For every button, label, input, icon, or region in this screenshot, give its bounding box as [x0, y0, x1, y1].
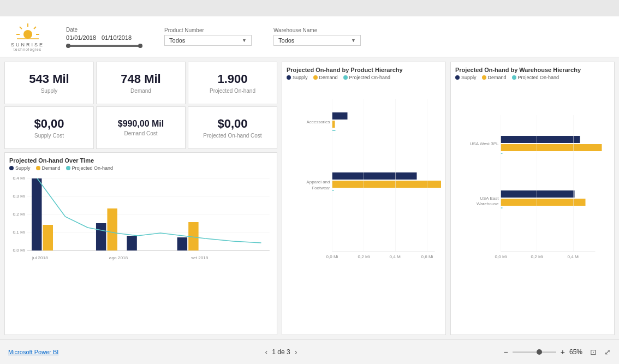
- warehouse-legend-supply-dot: [455, 75, 460, 80]
- svg-text:0,2 Mi: 0,2 Mi: [531, 254, 543, 259]
- svg-text:0,4 Mi: 0,4 Mi: [13, 176, 25, 181]
- zoom-controls: − + 65% ⊡ ⤢: [504, 348, 611, 356]
- svg-rect-53: [501, 199, 586, 206]
- warehouse-legend-supply-label: Supply: [461, 75, 477, 80]
- date-label: Date: [66, 27, 142, 33]
- kpi-projected-cost: $0,00 Projected On-hand Cost: [188, 106, 277, 149]
- product-dropdown-arrow-icon: ▼: [242, 38, 247, 43]
- legend-supply: Supply: [9, 165, 31, 171]
- svg-text:Footwear: Footwear: [312, 186, 330, 190]
- svg-text:Warehouse: Warehouse: [477, 201, 499, 206]
- svg-text:Apparel and: Apparel and: [306, 180, 330, 184]
- product-legend-projected: Projected On-hand: [343, 75, 391, 80]
- app-wrapper: SUNRISE technologies Date 01/01/2018 01/…: [0, 0, 619, 364]
- svg-text:jul 2018: jul 2018: [32, 255, 48, 260]
- zoom-out-button[interactable]: −: [504, 348, 508, 356]
- svg-text:0,0 Mi: 0,0 Mi: [495, 254, 507, 259]
- product-legend-demand-label: Demand: [319, 75, 338, 80]
- warehouse-value: Todos: [278, 37, 294, 44]
- warehouse-chart-card: Projected On-hand by Warehouse Hierarchy…: [450, 62, 615, 335]
- date-range: 01/01/2018 01/10/2018: [66, 34, 142, 41]
- warehouse-legend-projected-label: Projected On-hand: [518, 75, 560, 80]
- product-legend-demand-dot: [313, 75, 318, 80]
- warehouse-legend-demand-label: Demand: [488, 75, 507, 80]
- top-bar: [0, 0, 619, 16]
- kpi-projected-value: 1.900: [217, 72, 247, 86]
- product-label: Product Number: [164, 27, 252, 33]
- legend-demand: Demand: [36, 165, 61, 171]
- product-filter: Product Number Todos ▼: [164, 27, 252, 46]
- svg-rect-23: [177, 237, 187, 250]
- left-section: 543 Mil Supply 748 Mil Demand 1.900 Proj…: [4, 62, 277, 335]
- dashboard: 543 Mil Supply 748 Mil Demand 1.900 Proj…: [0, 57, 619, 339]
- slider-right-thumb[interactable]: [138, 44, 142, 48]
- warehouse-filter: Warehouse Name Todos ▼: [273, 27, 361, 46]
- svg-rect-34: [332, 172, 417, 180]
- slider-left-thumb[interactable]: [66, 44, 70, 48]
- logo-name: SUNRISE: [11, 42, 44, 47]
- svg-text:0,3 Mi: 0,3 Mi: [13, 194, 25, 199]
- svg-text:USA East: USA East: [480, 196, 499, 201]
- date-from: 01/01/2018: [66, 34, 96, 41]
- date-to: 01/10/2018: [102, 34, 132, 41]
- svg-text:0,2 Mi: 0,2 Mi: [13, 212, 25, 217]
- svg-rect-20: [96, 223, 106, 250]
- date-range-slider[interactable]: [66, 45, 142, 47]
- sunrise-logo-icon: [14, 22, 41, 41]
- pagination: ‹ 1 de 3 ›: [265, 348, 297, 356]
- warehouse-legend-supply: Supply: [455, 75, 477, 80]
- svg-text:0,1 Mi: 0,1 Mi: [13, 230, 25, 235]
- product-legend-supply: Supply: [287, 75, 308, 80]
- right-charts: Projected On-hand by Product Hierarchy S…: [282, 62, 615, 335]
- zoom-in-button[interactable]: +: [561, 348, 565, 356]
- svg-rect-19: [43, 225, 53, 250]
- warehouse-chart-svg: USA West 3PL USA East Warehouse: [455, 82, 610, 262]
- svg-rect-22: [127, 236, 136, 250]
- warehouse-legend-projected: Projected On-hand: [512, 75, 560, 80]
- zoom-slider[interactable]: [513, 351, 556, 353]
- product-legend-projected-label: Projected On-hand: [349, 75, 391, 80]
- svg-rect-35: [332, 181, 442, 188]
- legend-supply-label: Supply: [15, 165, 31, 171]
- legend-projected-dot: [66, 166, 70, 170]
- kpi-grid: 543 Mil Supply 748 Mil Demand 1.900 Proj…: [4, 62, 277, 149]
- zoom-thumb[interactable]: [537, 349, 542, 355]
- product-legend-projected-dot: [343, 75, 348, 80]
- legend-projected: Projected On-hand: [66, 165, 114, 171]
- kpi-supply: 543 Mil Supply: [4, 62, 94, 104]
- legend-supply-dot: [9, 166, 14, 170]
- warehouse-legend-projected-dot: [512, 75, 516, 80]
- zoom-level: 65%: [569, 348, 582, 356]
- warehouse-select[interactable]: Todos ▼: [273, 35, 361, 46]
- prev-page-button[interactable]: ‹: [265, 348, 268, 356]
- svg-line-3: [34, 27, 36, 29]
- warehouse-chart-legend: Supply Demand Projected On-hand: [455, 75, 610, 80]
- svg-text:0,0 Mi: 0,0 Mi: [326, 254, 338, 259]
- logo-sub: technologies: [14, 47, 41, 51]
- fullscreen-button[interactable]: ⤢: [604, 348, 611, 356]
- kpi-supply-value: 543 Mil: [29, 72, 69, 86]
- product-legend-supply-label: Supply: [293, 75, 308, 80]
- kpi-supply-label: Supply: [41, 88, 58, 94]
- svg-rect-18: [32, 178, 41, 250]
- svg-rect-30: [332, 121, 335, 128]
- kpi-demand: 748 Mil Demand: [96, 62, 186, 104]
- line-chart-legend: Supply Demand Projected On-hand: [9, 165, 272, 171]
- svg-rect-48: [501, 144, 602, 151]
- svg-text:0,6 Mi: 0,6 Mi: [421, 254, 433, 259]
- svg-text:0,0 Mi: 0,0 Mi: [13, 248, 25, 253]
- kpi-projected-cost-value: $0,00: [217, 117, 247, 131]
- warehouse-legend-demand: Demand: [482, 75, 507, 80]
- fit-page-button[interactable]: ⊡: [590, 348, 597, 356]
- header: SUNRISE technologies Date 01/01/2018 01/…: [0, 16, 619, 57]
- svg-rect-52: [501, 190, 575, 198]
- product-chart-svg: Accessories Apparel and Footwear: [287, 82, 441, 262]
- next-page-button[interactable]: ›: [295, 348, 297, 356]
- line-chart-svg: 0,4 Mi 0,3 Mi 0,2 Mi 0,1 Mi 0,0 Mi: [9, 173, 272, 260]
- kpi-demand-value: 748 Mil: [121, 72, 160, 86]
- powerbi-link[interactable]: Microsoft Power BI: [8, 349, 58, 355]
- line-chart-title: Projected On-hand Over Time: [9, 157, 272, 164]
- svg-text:Accessories: Accessories: [306, 120, 330, 124]
- legend-demand-dot: [36, 166, 40, 170]
- product-select[interactable]: Todos ▼: [164, 35, 252, 46]
